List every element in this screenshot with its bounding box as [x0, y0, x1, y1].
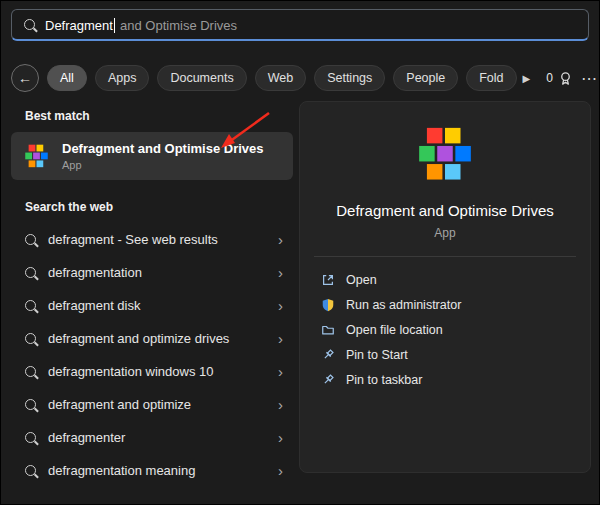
web-suggestion-row[interactable]: defragment and optimize ›: [11, 388, 293, 421]
search-icon: [25, 432, 36, 443]
search-suggestion-text: and Optimise Drives: [116, 18, 237, 33]
web-suggestion-text: defragment disk: [48, 298, 266, 313]
web-suggestion-text: defragment - See web results: [48, 232, 266, 247]
action-label: Open file location: [346, 323, 443, 337]
best-match-text: Defragment and Optimise Drives App: [62, 141, 264, 171]
chevron-right-icon[interactable]: ›: [278, 397, 283, 412]
defrag-app-icon-large: [414, 124, 476, 186]
open-icon: [320, 272, 335, 287]
filter-tabs-row: ← All Apps Documents Web Settings People…: [11, 63, 589, 93]
back-arrow-icon: ←: [18, 70, 32, 86]
tab-folders[interactable]: Fold: [466, 65, 516, 91]
preview-title: Defragment and Optimise Drives: [300, 202, 590, 219]
chevron-right-icon[interactable]: ›: [278, 232, 283, 247]
search-typed-text: Defragment: [45, 18, 113, 33]
action-open-file-location[interactable]: Open file location: [300, 317, 590, 342]
chevron-right-icon[interactable]: ›: [278, 331, 283, 346]
web-suggestion-row[interactable]: defragment disk ›: [11, 289, 293, 322]
action-label: Run as administrator: [346, 298, 461, 312]
web-suggestion-row[interactable]: defragmentation ›: [11, 256, 293, 289]
chevron-right-icon[interactable]: ›: [278, 265, 283, 280]
search-icon: [25, 267, 36, 278]
web-suggestion-row[interactable]: defragment - See web results ›: [11, 223, 293, 256]
chevron-right-icon[interactable]: ›: [278, 298, 283, 313]
search-icon: [25, 399, 36, 410]
rewards-button[interactable]: 0: [546, 71, 573, 86]
tab-people[interactable]: People: [393, 65, 458, 91]
search-text: Defragment and Optimise Drives: [45, 16, 237, 34]
folder-icon: [320, 322, 335, 337]
best-match-title: Defragment and Optimise Drives: [62, 141, 264, 157]
chevron-right-icon[interactable]: ›: [278, 463, 283, 478]
best-match-subtitle: App: [62, 159, 264, 171]
web-suggestion-row[interactable]: defragment and optimize drives ›: [11, 322, 293, 355]
chevron-right-icon[interactable]: ›: [278, 364, 283, 379]
web-suggestion-text: defragment and optimize: [48, 397, 266, 412]
preview-subtitle: App: [300, 226, 590, 240]
search-icon: [25, 300, 36, 311]
web-suggestion-text: defragmentation windows 10: [48, 364, 266, 379]
more-options-button[interactable]: ⋯: [581, 69, 598, 88]
web-suggestion-text: defragment and optimize drives: [48, 331, 266, 346]
action-run-as-administrator[interactable]: Run as administrator: [300, 292, 590, 317]
pin-icon: [320, 372, 335, 387]
search-icon: [24, 19, 35, 30]
web-suggestion-text: defragmentation: [48, 265, 266, 280]
preview-panel: Defragment and Optimise Drives App Open …: [299, 101, 591, 473]
action-label: Open: [346, 273, 377, 287]
web-suggestion-row[interactable]: defragmenter ›: [11, 421, 293, 454]
windows-search-flyout: Defragment and Optimise Drives ← All App…: [0, 0, 600, 505]
tab-apps[interactable]: Apps: [95, 65, 150, 91]
rewards-icon: [558, 71, 573, 86]
web-suggestion-text: defragmentation meaning: [48, 463, 266, 478]
suggestion-suffix: - See web results: [114, 232, 218, 247]
search-input[interactable]: Defragment and Optimise Drives: [11, 9, 589, 41]
tab-settings[interactable]: Settings: [314, 65, 385, 91]
suggestion-term: defragment: [48, 232, 114, 247]
search-icon: [25, 366, 36, 377]
back-button[interactable]: ←: [11, 64, 39, 92]
web-suggestion-row[interactable]: defragmentation meaning ›: [11, 454, 293, 487]
best-match-label: Best match: [25, 109, 293, 123]
action-open[interactable]: Open: [300, 267, 590, 292]
tabs-overflow-button[interactable]: ▶: [523, 73, 531, 84]
action-pin-to-taskbar[interactable]: Pin to taskbar: [300, 367, 590, 392]
action-label: Pin to Start: [346, 348, 408, 362]
results-column: Best match Defragment and Optimise Drive…: [11, 101, 293, 487]
chevron-right-icon[interactable]: ›: [278, 430, 283, 445]
defrag-app-icon: [23, 143, 50, 170]
best-match-result[interactable]: Defragment and Optimise Drives App: [11, 132, 293, 180]
pin-icon: [320, 347, 335, 362]
action-pin-to-start[interactable]: Pin to Start: [300, 342, 590, 367]
tab-all[interactable]: All: [47, 65, 87, 91]
search-icon: [25, 465, 36, 476]
web-suggestion-row[interactable]: defragmentation windows 10 ›: [11, 355, 293, 388]
rewards-count: 0: [546, 71, 553, 85]
search-icon: [25, 333, 36, 344]
admin-shield-icon: [320, 297, 335, 312]
search-icon: [25, 234, 36, 245]
action-label: Pin to taskbar: [346, 373, 422, 387]
preview-divider: [314, 256, 576, 257]
search-web-label: Search the web: [25, 200, 293, 214]
tab-web[interactable]: Web: [255, 65, 306, 91]
tab-documents[interactable]: Documents: [157, 65, 246, 91]
web-suggestion-text: defragmenter: [48, 430, 266, 445]
